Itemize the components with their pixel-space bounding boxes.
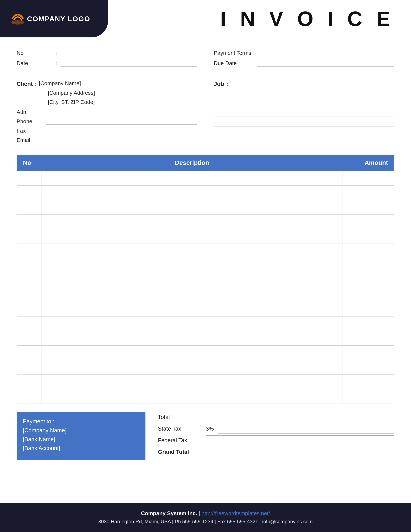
payment-terms-line [257, 50, 394, 56]
invoice-title: I N V O I C E [220, 7, 394, 31]
payment-box: Payment to : [Company Name] [Bank Name] … [17, 412, 145, 460]
client-address: [Company Address] [48, 90, 95, 97]
row-no [17, 273, 42, 287]
grand-total-row: Grand Total [158, 447, 394, 457]
row-amount [343, 200, 394, 215]
svg-point-0 [11, 20, 24, 25]
row-no [17, 375, 42, 389]
client-city-row: [City, ST, ZIP Code] [17, 100, 197, 106]
logo-text: COMPANY LOGO [27, 15, 90, 23]
row-no [17, 287, 42, 302]
row-amount [343, 346, 394, 360]
client-fax-row: Fax : [17, 128, 197, 134]
row-no [17, 229, 42, 244]
footer: Company System Inc. | http://freewordtem… [0, 503, 411, 532]
row-desc [42, 186, 343, 200]
row-amount [343, 287, 394, 302]
col-no: No [17, 155, 42, 171]
meta-row-1: No : Payment Terms : [17, 50, 394, 56]
row-desc [42, 258, 343, 273]
client-colon: : [35, 81, 37, 87]
client-address-row: [Company Address] [17, 91, 197, 97]
payment-title: Payment to : [23, 418, 139, 425]
job-line-3 [214, 111, 394, 117]
row-no [17, 215, 42, 229]
client-attn-row: Attn : [17, 109, 197, 115]
job-line-4 [214, 121, 394, 127]
row-amount [343, 215, 394, 229]
state-tax-label: State Tax [158, 426, 204, 432]
payment-bank: [Bank Name] [23, 436, 139, 443]
job-line-4-field [214, 121, 394, 127]
date-label: Date [17, 60, 54, 66]
row-desc [42, 331, 343, 346]
table-row [17, 186, 394, 200]
phone-colon: : [43, 118, 45, 125]
meta-due-date: Due Date : [214, 60, 394, 66]
client-left: Client : [Company Name] [Company Address… [17, 81, 197, 146]
row-amount [343, 258, 394, 273]
row-amount [343, 186, 394, 200]
table-row [17, 316, 394, 331]
payment-terms-label: Payment Terms [214, 50, 251, 56]
invoice-table: No Description Amount [17, 155, 394, 404]
meta-section: No : Payment Terms : Date : Due Date : [0, 38, 411, 76]
row-desc [42, 302, 343, 316]
client-city: [City, ST, ZIP Code] [48, 99, 95, 106]
client-title-row: Client : [Company Name] [17, 81, 197, 87]
table-row [17, 171, 394, 186]
table-row [17, 200, 394, 215]
row-desc [42, 316, 343, 331]
fax-line [46, 128, 197, 134]
row-no [17, 360, 42, 375]
client-label: Client [17, 81, 33, 87]
attn-label: Attn [17, 109, 42, 115]
table-row [17, 389, 394, 404]
payment-company: [Company Name] [23, 427, 139, 434]
row-desc [42, 200, 343, 215]
table-header-row: No Description Amount [17, 155, 394, 171]
table-row [17, 287, 394, 302]
due-date-label: Due Date [214, 60, 251, 66]
meta-row-2: Date : Due Date : [17, 60, 394, 66]
date-colon: : [56, 60, 57, 66]
email-label: Email [17, 137, 42, 143]
col-description: Description [42, 155, 343, 171]
meta-payment-terms: Payment Terms : [214, 50, 394, 56]
row-no [17, 389, 42, 404]
table-row [17, 375, 394, 389]
no-line [60, 50, 197, 56]
attn-colon: : [43, 109, 45, 115]
grand-total-label: Grand Total [158, 449, 204, 455]
state-tax-row: State Tax 3% [158, 424, 394, 434]
row-desc [42, 244, 343, 258]
table-row [17, 244, 394, 258]
row-no [17, 302, 42, 316]
row-desc [42, 389, 343, 404]
row-no [17, 316, 42, 331]
row-amount [343, 229, 394, 244]
total-value-box [206, 412, 394, 422]
client-email-row: Email : [17, 137, 197, 143]
row-no [17, 171, 42, 186]
table-row [17, 215, 394, 229]
total-label: Total [158, 414, 204, 420]
date-line [60, 61, 197, 66]
job-line-1-field [214, 91, 394, 97]
state-tax-pct: 3% [206, 426, 214, 432]
footer-website: http://freewordtemplates.net/ [201, 510, 270, 516]
meta-no: No : [17, 50, 197, 56]
row-amount [343, 273, 394, 287]
phone-label: Phone [17, 118, 42, 125]
job-colon: : [226, 81, 228, 87]
row-desc [42, 215, 343, 229]
footer-separator: | [199, 510, 201, 516]
fax-label: Fax [17, 128, 42, 134]
row-no [17, 186, 42, 200]
row-amount [343, 389, 394, 404]
header: COMPANY LOGO I N V O I C E [0, 0, 411, 38]
row-amount [343, 331, 394, 346]
row-amount [343, 171, 394, 186]
client-company-name: [Company Name] [39, 80, 81, 87]
row-no [17, 346, 42, 360]
